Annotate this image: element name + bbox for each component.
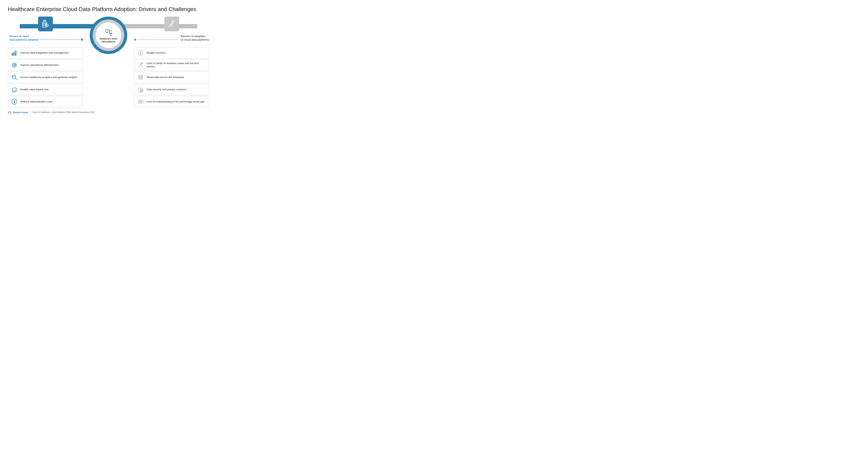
barrier-text-budget: Budget concerns: [147, 51, 166, 55]
svg-point-47: [140, 63, 142, 64]
driver-item-analytics: Access healthcare analytics and generate…: [8, 71, 83, 83]
driver-item-value-care: Enable value-based care: [8, 84, 83, 95]
barrier-item-technology: Lack of understanding of the technology …: [134, 96, 209, 107]
barrier-item-budget: Budget concerns: [134, 47, 209, 59]
driver-text-value-care: Enable value-based care: [20, 88, 49, 91]
driver-text-data-integration: Improve data integration and management: [20, 51, 69, 55]
left-section-title: Drivers of cloud data platforms adoption: [8, 34, 39, 42]
driver-item-admin-costs: Reduce administration costs: [8, 96, 83, 107]
svg-point-56: [139, 78, 143, 79]
heart-hands-icon: [11, 86, 18, 93]
svg-line-32: [12, 67, 13, 67]
right-section-title: Barriers to adoption of cloud data platf…: [179, 34, 209, 42]
barrier-text-siloed: Siloed data across the enterprise: [147, 76, 184, 79]
driver-text-admin-costs: Reduce administration costs: [20, 100, 53, 103]
footer: Everest Group® Cloud for Healthcare – Da…: [8, 111, 209, 114]
siloed-data-icon: [137, 74, 144, 81]
footer-brand-name: Everest Group: [13, 111, 28, 114]
svg-point-53: [139, 76, 143, 78]
right-items-list: Budget concerns Lack of clarity on busin…: [134, 47, 209, 107]
svg-line-30: [16, 67, 17, 67]
svg-rect-5: [43, 25, 44, 26]
footer-text: Cloud for Healthcare – Data Platforms PE…: [32, 111, 95, 114]
center-circle-middle: Healthcare clouddata platform: [93, 20, 124, 51]
svg-point-68: [142, 100, 144, 101]
person-climb-icon: [167, 19, 176, 28]
center-circle-outer: Healthcare clouddata platform: [90, 17, 127, 54]
analytics-icon: [11, 74, 18, 81]
gear-chart-icon: [11, 62, 18, 69]
barrier-text-security: Data security and privacy concerns: [147, 88, 186, 91]
barrier-item-security: Data security and privacy concerns: [134, 84, 209, 95]
page-title: Healthcare Enterprise Cloud Data Platfor…: [8, 6, 209, 12]
dollar-icon: [11, 98, 18, 105]
person-x-icon: [137, 62, 144, 69]
svg-rect-4: [45, 23, 46, 24]
main-content: Drivers of cloud data platforms adoption: [8, 17, 209, 107]
right-section-header-row: Barriers to adoption of cloud data platf…: [134, 34, 209, 44]
svg-point-17: [15, 51, 16, 52]
center-label: Healthcare clouddata platform: [100, 37, 117, 43]
svg-line-35: [15, 78, 17, 79]
svg-rect-13: [13, 52, 14, 56]
svg-rect-0: [42, 22, 47, 27]
center-circle-inner: Healthcare clouddata platform: [96, 23, 121, 48]
chart-bar-icon: [11, 49, 18, 56]
globe-people-icon: [137, 98, 144, 105]
building-icon: [41, 19, 50, 28]
svg-point-50: [139, 75, 143, 76]
svg-line-29: [12, 63, 13, 63]
svg-rect-43: [110, 34, 112, 36]
svg-rect-3: [43, 23, 44, 24]
everest-group-logo-icon: [8, 111, 11, 114]
barrier-item-siloed: Siloed data across the enterprise: [134, 71, 209, 83]
driver-text-operational: Improve operational effectiveness: [20, 63, 59, 67]
barrier-text-clarity: Lack of clarity on business cases and su…: [147, 62, 206, 68]
right-panel: Barriers to adoption of cloud data platf…: [130, 17, 209, 107]
left-section-header-row: Drivers of cloud data platforms adoption: [8, 34, 83, 44]
lock-check-icon: [137, 86, 144, 93]
center-panel: Healthcare clouddata platform: [87, 17, 130, 54]
right-top-icon-box: [164, 17, 179, 31]
footer-registered: ®: [30, 111, 31, 113]
dollar-tag-icon: [137, 49, 144, 56]
left-panel: Drivers of cloud data platforms adoption: [8, 17, 87, 107]
svg-line-31: [16, 63, 17, 63]
left-items-list: Improve data integration and management: [8, 47, 83, 107]
cloud-devices-icon: [104, 27, 113, 36]
driver-item-data-integration: Improve data integration and management: [8, 47, 83, 59]
driver-text-analytics: Access healthcare analytics and generate…: [20, 76, 77, 79]
driver-item-operational: Improve operational effectiveness: [8, 59, 83, 71]
footer-logo: [8, 111, 11, 114]
barrier-text-technology: Lack of understanding of the technology …: [147, 100, 205, 103]
svg-rect-12: [12, 53, 13, 56]
barrier-item-clarity: Lack of clarity on business cases and su…: [134, 59, 209, 71]
left-top-icon-box: [38, 17, 53, 31]
